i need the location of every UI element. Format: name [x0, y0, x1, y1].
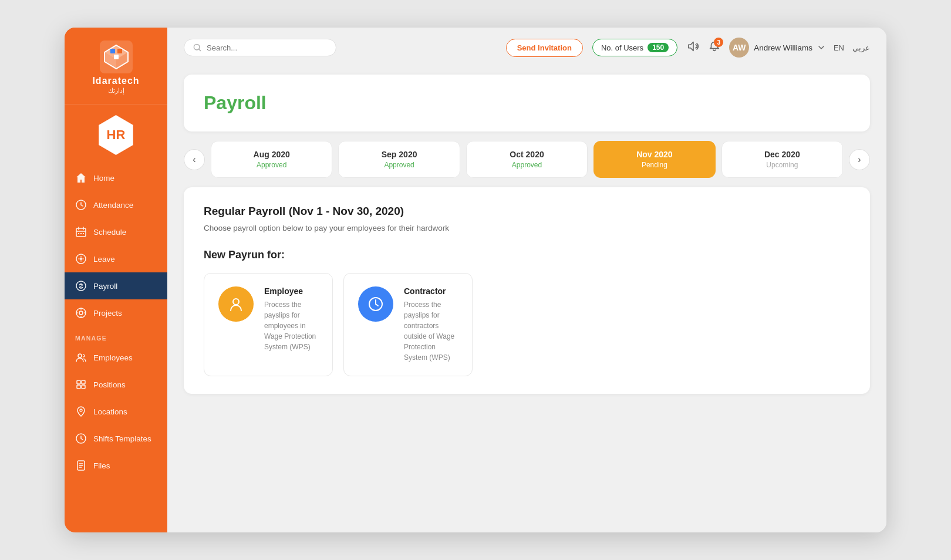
payroll-period-title: Regular Payroll (Nov 1 - Nov 30, 2020)	[204, 205, 850, 218]
period-prev-button[interactable]: ‹	[184, 149, 205, 170]
svg-point-14	[80, 258, 82, 260]
no-of-users-label: No. of Users	[601, 43, 643, 52]
send-invitation-button[interactable]: Send Invitation	[506, 39, 583, 57]
main-area: Send Invitation No. of Users 150	[167, 28, 886, 532]
period-card-oct[interactable]: Oct 2020 Approved	[466, 141, 588, 178]
hr-badge-text: HR	[107, 129, 126, 141]
sidebar-label-attendance: Attendance	[93, 201, 133, 210]
svg-rect-9	[76, 228, 86, 237]
sidebar-item-employees[interactable]: Employees	[65, 344, 167, 371]
app-name: Idaratech	[92, 76, 139, 86]
lang-ar-button[interactable]: عربي	[852, 43, 870, 52]
employee-payrun-desc: Process the payslips for employees in Wa…	[264, 299, 318, 352]
svg-point-23	[80, 409, 82, 411]
svg-rect-5	[110, 49, 115, 53]
megaphone-button[interactable]	[687, 40, 700, 55]
employee-payrun-info: Employee Process the payslips for employ…	[264, 286, 318, 352]
chevron-down-icon	[817, 43, 825, 52]
period-status-aug: Approved	[223, 161, 320, 169]
svg-rect-22	[82, 385, 85, 389]
svg-point-26	[194, 44, 200, 50]
projects-icon	[75, 307, 87, 319]
users-count: 150	[648, 43, 669, 52]
sidebar: Idaratech إدارتك HR Home Attendance	[65, 28, 167, 532]
sidebar-item-positions[interactable]: Positions	[65, 371, 167, 398]
sidebar-item-shifts-templates[interactable]: Shifts Templates	[65, 425, 167, 452]
svg-rect-21	[77, 385, 80, 389]
payrun-card-employee[interactable]: Employee Process the payslips for employ…	[204, 273, 333, 376]
schedule-icon	[75, 226, 87, 238]
period-month-aug: Aug 2020	[223, 150, 320, 159]
contractor-payrun-info: Contractor Process the payslips for cont…	[404, 286, 458, 363]
contractor-icon	[367, 295, 385, 313]
payroll-subtitle: Choose payroll option below to pay your …	[204, 224, 850, 232]
svg-point-27	[233, 299, 239, 305]
header: Send Invitation No. of Users 150	[167, 28, 886, 68]
period-month-sep: Sep 2020	[350, 150, 447, 159]
period-month-nov: Nov 2020	[606, 150, 703, 159]
sidebar-label-home: Home	[93, 174, 114, 183]
notification-button[interactable]: 3	[708, 40, 721, 55]
contractor-payrun-desc: Process the payslips for contractors out…	[404, 299, 458, 363]
locations-icon	[75, 406, 87, 417]
period-card-sep[interactable]: Sep 2020 Approved	[338, 141, 460, 178]
user-profile[interactable]: AW Andrew Williams	[729, 38, 825, 58]
sidebar-label-shifts-templates: Shifts Templates	[93, 434, 151, 443]
svg-rect-12	[83, 233, 84, 234]
sidebar-item-payroll[interactable]: Payroll	[65, 272, 167, 299]
sidebar-label-payroll: Payroll	[93, 282, 117, 291]
manage-section-label: MANAGE	[65, 326, 167, 344]
svg-rect-7	[114, 55, 119, 59]
payroll-content-card: Regular Payroll (Nov 1 - Nov 30, 2020) C…	[184, 187, 870, 394]
sidebar-label-files: Files	[93, 461, 110, 470]
sidebar-item-home[interactable]: Home	[65, 164, 167, 191]
search-input[interactable]	[207, 43, 328, 52]
search-bar[interactable]	[184, 39, 336, 56]
period-next-button[interactable]: ›	[849, 149, 870, 170]
attendance-icon	[75, 199, 87, 211]
sidebar-label-employees: Employees	[93, 353, 133, 362]
users-badge[interactable]: No. of Users 150	[592, 39, 677, 56]
sidebar-item-schedule[interactable]: Schedule	[65, 218, 167, 245]
header-icons: 3 AW Andrew Williams EN عربي	[687, 38, 870, 58]
period-month-dec: Dec 2020	[734, 150, 831, 159]
payrun-options: Employee Process the payslips for employ…	[204, 273, 850, 376]
sidebar-item-files[interactable]: Files	[65, 452, 167, 479]
period-card-nov[interactable]: Nov 2020 Pending	[593, 141, 715, 178]
search-icon	[193, 43, 202, 52]
lang-en-button[interactable]: EN	[834, 43, 844, 52]
payrun-card-contractor[interactable]: Contractor Process the payslips for cont…	[343, 273, 473, 376]
sidebar-item-leave[interactable]: Leave	[65, 245, 167, 272]
period-status-nov: Pending	[606, 161, 703, 169]
sidebar-label-leave: Leave	[93, 255, 115, 264]
leave-icon	[75, 253, 87, 265]
sidebar-item-locations[interactable]: Locations	[65, 398, 167, 425]
period-status-oct: Approved	[478, 161, 575, 169]
employees-icon	[75, 352, 87, 363]
period-selector: ‹ Aug 2020 Approved Sep 2020 Approved Oc…	[184, 141, 870, 178]
period-card-dec[interactable]: Dec 2020 Upcoming	[721, 141, 843, 178]
svg-rect-10	[78, 233, 79, 234]
shifts-icon	[75, 433, 87, 444]
period-card-aug[interactable]: Aug 2020 Approved	[211, 141, 332, 178]
sidebar-label-schedule: Schedule	[93, 228, 126, 237]
hr-badge: HR	[96, 115, 136, 155]
contractor-payrun-title: Contractor	[404, 286, 458, 296]
sidebar-logo: Idaratech إدارتك	[65, 28, 167, 104]
payroll-title-card: Payroll	[184, 75, 870, 131]
employee-payrun-title: Employee	[264, 286, 318, 296]
sidebar-label-positions: Positions	[93, 380, 126, 389]
sidebar-item-projects[interactable]: Projects	[65, 299, 167, 326]
svg-rect-11	[80, 233, 82, 234]
user-name: Andrew Williams	[754, 43, 812, 52]
sidebar-navigation: Home Attendance Schedule	[65, 164, 167, 532]
notification-count: 3	[714, 38, 723, 47]
app-arabic-name: إدارتك	[108, 87, 124, 95]
files-icon	[75, 460, 87, 471]
employee-icon	[227, 295, 245, 313]
new-payrun-label: New Payrun for:	[204, 249, 850, 261]
period-status-sep: Approved	[350, 161, 447, 169]
payroll-title: Payroll	[204, 92, 850, 114]
svg-rect-6	[117, 49, 122, 53]
sidebar-item-attendance[interactable]: Attendance	[65, 191, 167, 218]
